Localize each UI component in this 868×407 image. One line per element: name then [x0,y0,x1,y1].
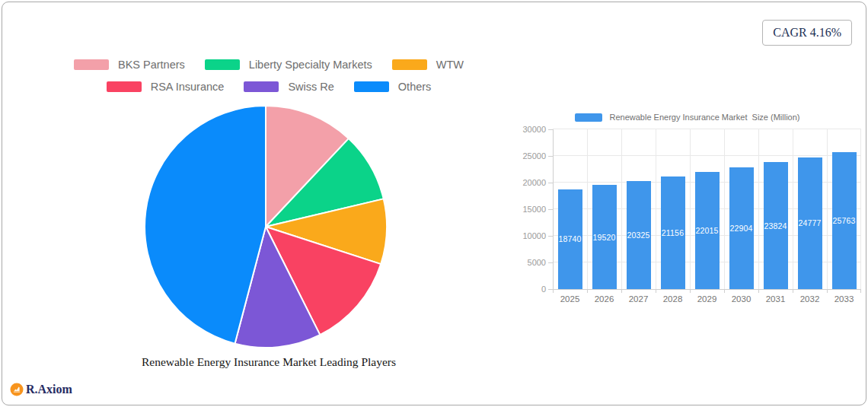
x-axis-label: 2029 [697,294,717,304]
x-gridline [690,129,691,289]
cagr-badge: CAGR 4.16% [762,20,852,46]
pie-chart-svg [143,104,388,349]
x-gridline [587,129,588,289]
pie-legend-swatch [244,81,279,92]
pie-legend-item[interactable]: WTW [392,59,464,71]
x-axis-label: 2025 [560,294,580,304]
bar-2031: 23824 [764,162,788,289]
bar-value-label: 18740 [558,234,581,243]
x-gridline [860,129,861,289]
bar-legend-swatch [575,113,602,122]
bar-2027: 20325 [627,181,651,289]
x-gridline [758,129,759,289]
pie-chart [143,104,388,349]
x-tick [793,289,793,293]
bar-2033: 25763 [832,152,857,289]
bar-2025: 18740 [558,189,582,289]
x-gridline [656,129,656,289]
bar-legend-label: Renewable Energy Insurance Market Size (… [609,113,799,122]
y-axis-label: 20000 [522,178,546,187]
pie-legend-swatch [107,81,142,92]
bar-chart-legend[interactable]: Renewable Energy Insurance Market Size (… [505,113,866,122]
bar-2026: 19520 [592,185,617,289]
x-tick [621,289,622,293]
bar-2028: 21156 [661,176,685,289]
growth-chart-icon [10,383,24,396]
x-axis-label: 2027 [629,294,649,304]
y-axis-label: 5000 [528,258,546,267]
pie-legend-row: BKS PartnersLiberty Specialty MarketsWTW [74,59,464,71]
x-gridline [724,129,725,289]
x-tick [656,289,656,293]
y-axis-label: 15000 [522,205,546,214]
x-tick [690,289,691,293]
pie-legend-label: BKS Partners [118,59,185,71]
x-gridline [553,129,554,289]
x-axis-label: 2033 [834,294,854,304]
pie-legend-label: WTW [436,59,464,71]
x-gridline [621,129,622,289]
x-axis-label: 2030 [732,294,752,304]
x-axis-label: 2028 [663,294,683,304]
x-axis-label: 2026 [595,294,614,304]
brand-logo-text: R.Axiom [26,383,72,396]
bar-value-label: 22904 [729,224,752,233]
x-axis-label: 2032 [800,294,820,304]
brand-logo: R.Axiom [10,383,72,396]
pie-legend-label: Swiss Re [288,81,333,93]
bar-2030: 22904 [729,167,754,289]
bar-chart: 0500010000150002000025000300001874020251… [553,129,861,289]
pie-legend: BKS PartnersLiberty Specialty MarketsWTW… [2,59,535,93]
pie-legend-label: Others [398,81,432,93]
y-axis-label: 10000 [522,231,546,240]
bar-value-label: 25763 [832,216,855,225]
bar-value-label: 22015 [695,226,718,235]
bar-2032: 24777 [798,157,822,289]
x-tick [827,289,828,293]
pie-legend-swatch [354,81,389,92]
bar-value-label: 19520 [592,233,615,242]
y-gridline [553,155,861,156]
pie-legend-label: Liberty Specialty Markets [249,59,372,71]
x-tick [758,289,759,293]
pie-legend-row: RSA InsuranceSwiss ReOthers [107,81,432,93]
x-tick [860,289,861,293]
y-gridline [553,129,861,129]
y-gridline [553,289,861,290]
bar-value-label: 24777 [798,218,821,227]
bar-2029: 22015 [695,172,720,289]
pie-legend-swatch [205,59,240,70]
x-gridline [793,129,793,289]
pie-legend-item[interactable]: RSA Insurance [107,81,225,93]
pie-legend-item[interactable]: Swiss Re [244,81,333,93]
x-tick [587,289,588,293]
pie-legend-item[interactable]: BKS Partners [74,59,185,71]
bar-value-label: 21156 [662,228,684,237]
report-card: CAGR 4.16% BKS PartnersLiberty Specialty… [2,2,866,405]
y-axis-label: 0 [541,285,546,294]
bar-value-label: 20325 [627,231,649,240]
bar-value-label: 23824 [764,221,787,231]
pie-legend-item[interactable]: Liberty Specialty Markets [205,59,372,71]
x-tick [553,289,554,293]
x-tick [724,289,725,293]
x-gridline [827,129,828,289]
x-axis-label: 2031 [766,294,786,304]
y-axis-label: 30000 [522,125,546,134]
pie-legend-swatch [392,59,427,70]
pie-legend-swatch [74,59,109,70]
pie-legend-label: RSA Insurance [151,81,225,93]
y-axis-label: 25000 [522,151,546,161]
pie-chart-title: Renewable Energy Insurance Market Leadin… [2,355,535,369]
pie-legend-item[interactable]: Others [354,81,432,93]
